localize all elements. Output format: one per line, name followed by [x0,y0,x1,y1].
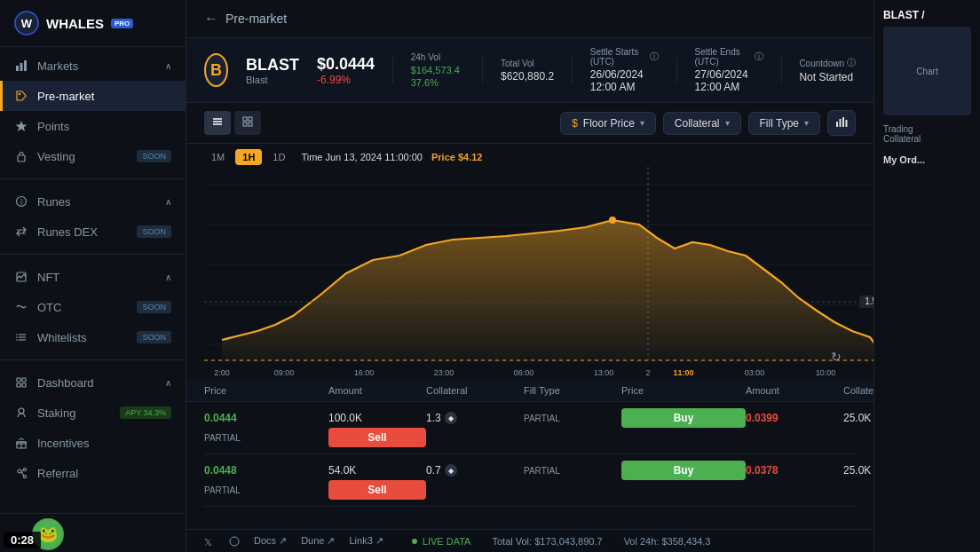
back-button[interactable]: ← [204,11,218,27]
svg-rect-32 [243,122,247,126]
header-collateral-buy: Collateral [426,385,524,396]
rune-icon: ᚱ [14,194,28,209]
sell-button-1[interactable]: Sell [328,428,426,447]
time-btn-1m[interactable]: 1M [204,149,232,165]
token-countdown: Countdown ⓘ Not Started [799,57,856,83]
token-name-block: BLAST Blast [246,56,299,85]
countdown-value: Not Started [799,71,856,83]
order-book-section: Price Amount Collateral Fill Type Price … [186,380,873,529]
nft-arrow: ∧ [165,272,171,282]
token-settle-starts: Settle Starts (UTC) ⓘ 26/06/2024 12:00 A… [590,47,659,93]
grid-view-button[interactable] [234,111,261,135]
dashboard-icon [14,375,28,390]
chart-refresh-button[interactable]: ↻ [831,350,842,364]
sidebar-item-nft[interactable]: NFT ∧ [0,262,186,292]
chart-toggle-button[interactable] [827,110,856,136]
buy-collateral-2: 0.7 ◆ [426,464,524,477]
dashboard-arrow: ∧ [165,378,171,388]
sidebar-item-whitelists[interactable]: Whitelists SOON [0,322,186,352]
svg-rect-8 [18,155,25,162]
docs-link[interactable]: Docs ↗ [254,535,287,547]
collateral-icon-1: ◆ [445,412,457,424]
svg-point-15 [16,334,18,335]
otc-soon: SOON [137,301,171,313]
twitter-icon: 𝕏 [204,536,215,547]
time-btn-1h[interactable]: 1H [235,149,262,165]
logo-icon: W [14,11,39,35]
list-view-button[interactable] [204,111,231,135]
svg-rect-35 [840,119,842,127]
svg-text:06:00: 06:00 [514,368,534,377]
svg-text:𝕏: 𝕏 [204,537,212,547]
star-icon [14,119,28,133]
order-rows: 0.0444 100.0K 1.3 ◆ PARTIAL Buy 0.0399 2… [186,402,873,507]
vol-24h-change: 37.6% [411,77,439,88]
table-row: 0.0444 100.0K 1.3 ◆ PARTIAL Buy 0.0399 2… [204,402,856,454]
buy-button-2[interactable]: Buy [621,461,746,480]
sidebar-item-referral[interactable]: Referral [0,458,186,488]
svg-text:2:00: 2:00 [214,368,230,377]
sidebar-item-pre-market[interactable]: Pre-market [0,81,186,111]
collateral-filter[interactable]: Collateral ▾ [663,112,741,135]
markets-label: Markets [37,59,78,73]
sidebar-item-otc[interactable]: OTC SOON [0,292,186,322]
dune-link[interactable]: Dune ↗ [301,535,335,547]
sell-button-2[interactable]: Sell [328,480,426,500]
buy-amount-2: 54.0K [328,464,426,477]
buy-filltype-1: PARTIAL [524,414,621,423]
sell-price-1: 0.0399 [746,412,843,424]
view-buttons [204,111,261,135]
buy-amount-1: 100.0K [328,412,426,424]
header-collateral-sell: Collateral [843,385,873,396]
token-vol-24h: 24h Vol $164,573.4 37.6% [411,52,465,89]
svg-rect-37 [846,120,848,127]
right-trading-label: Trading Collateral [883,124,971,144]
markets-arrow: ∧ [165,61,171,71]
sidebar-item-points[interactable]: Points [0,111,186,141]
time-btn-1d[interactable]: 1D [265,149,292,165]
svg-point-17 [16,339,18,341]
right-panel: BLAST / Chart Trading Collateral My Ord.… [873,0,980,552]
live-label: LIVE DATA [423,536,471,547]
svg-marker-7 [16,121,28,131]
app-badge: PRO [111,19,133,28]
incentives-label: Incentives [37,437,90,450]
svg-text:10:00: 10:00 [816,368,836,377]
discord-link[interactable] [229,536,240,547]
sidebar-item-runes[interactable]: ᚱ Runes ∧ [0,186,186,217]
collateral-label-text: Collateral [883,134,971,144]
collateral-chevron: ▾ [725,118,730,128]
stat-separator-1 [392,57,393,83]
video-timer: 0:28 [4,532,41,548]
chart-area: 1M 1H 1D Time Jun 13, 2024 11:00:00 Pric… [186,144,873,380]
right-blast-label: BLAST / [883,9,971,21]
dashboard-label: Dashboard [37,376,94,390]
runes-dex-label: Runes DEX [37,225,98,239]
fill-type-label: Fill Type [760,117,799,130]
header-filltype-buy: Fill Type [524,385,621,396]
sell-amount-2: 25.0K [843,464,873,477]
buy-price-1: 0.0444 [204,412,328,424]
buy-button-1[interactable]: Buy [621,408,746,428]
vesting-soon: SOON [137,150,171,162]
sidebar-item-vesting[interactable]: Vesting SOON [0,141,186,171]
settle-ends-label: Settle Ends (UTC) ⓘ [695,47,763,67]
live-dot [412,539,417,544]
twitter-link[interactable]: 𝕏 [204,536,215,547]
svg-rect-4 [24,60,27,71]
link3-link[interactable]: Link3 ↗ [349,535,383,547]
floor-price-filter[interactable]: $ Floor Price ▾ [560,112,656,135]
fill-type-filter[interactable]: Fill Type ▾ [748,112,820,135]
svg-rect-34 [836,122,838,127]
sidebar-item-incentives[interactable]: Incentives [0,428,186,458]
sidebar-item-dashboard[interactable]: Dashboard ∧ [0,367,186,398]
sidebar-item-staking[interactable]: Staking APY 34.3% [0,398,186,428]
sell-filltype-2: PARTIAL [204,485,328,495]
vol-24h-number: $164,573.4 [411,65,460,75]
sidebar-item-runes-dex[interactable]: Runes DEX SOON [0,217,186,247]
vol-24h-label: 24h Vol [411,52,465,62]
sidebar-item-markets[interactable]: Markets ∧ [0,51,186,81]
order-table-header: Price Amount Collateral Fill Type Price … [186,380,873,402]
countdown-label: Countdown ⓘ [799,57,856,69]
chart-svg-container: 5.0 4.0 3.0 2.0 1.0 [204,167,856,380]
